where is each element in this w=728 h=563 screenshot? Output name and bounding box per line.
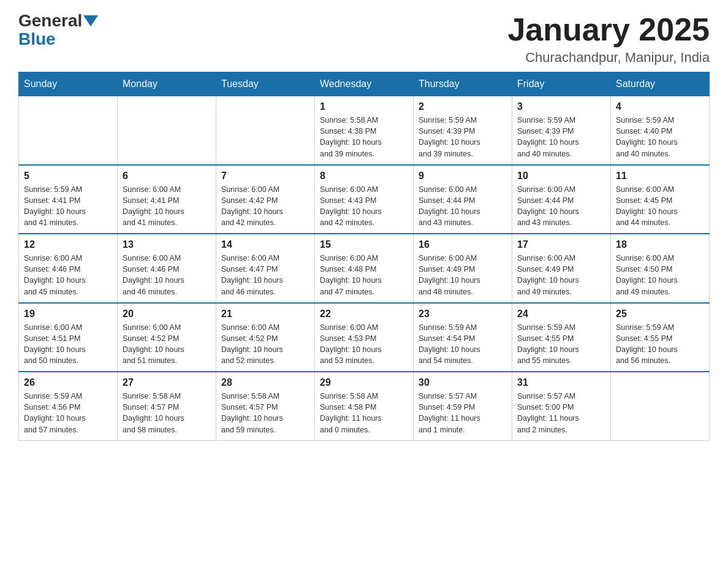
calendar-week-row: 5Sunrise: 5:59 AM Sunset: 4:41 PM Daylig… <box>19 165 710 234</box>
calendar-cell: 2Sunrise: 5:59 AM Sunset: 4:39 PM Daylig… <box>414 96 512 165</box>
calendar-cell: 28Sunrise: 5:58 AM Sunset: 4:57 PM Dayli… <box>216 372 315 440</box>
calendar-cell: 26Sunrise: 5:59 AM Sunset: 4:56 PM Dayli… <box>19 372 118 440</box>
day-number: 27 <box>123 377 211 388</box>
day-info: Sunrise: 6:00 AM Sunset: 4:43 PM Dayligh… <box>320 184 408 229</box>
title-block: January 2025 Churachandpur, Manipur, Ind… <box>507 12 710 66</box>
day-number: 15 <box>320 239 408 250</box>
calendar-cell: 30Sunrise: 5:57 AM Sunset: 4:59 PM Dayli… <box>414 372 512 440</box>
day-number: 13 <box>123 239 211 250</box>
logo-blue-text: Blue <box>18 29 56 49</box>
day-number: 9 <box>419 170 507 182</box>
day-info: Sunrise: 6:00 AM Sunset: 4:51 PM Dayligh… <box>24 322 112 367</box>
day-info: Sunrise: 5:58 AM Sunset: 4:58 PM Dayligh… <box>320 391 408 435</box>
day-number: 24 <box>517 308 605 320</box>
day-info: Sunrise: 6:00 AM Sunset: 4:44 PM Dayligh… <box>517 184 605 229</box>
calendar-cell: 12Sunrise: 6:00 AM Sunset: 4:46 PM Dayli… <box>19 234 118 303</box>
calendar-cell <box>118 96 216 165</box>
day-info: Sunrise: 6:00 AM Sunset: 4:47 PM Dayligh… <box>221 253 309 297</box>
day-info: Sunrise: 6:00 AM Sunset: 4:53 PM Dayligh… <box>320 322 408 367</box>
calendar-cell: 5Sunrise: 5:59 AM Sunset: 4:41 PM Daylig… <box>19 165 118 234</box>
day-info: Sunrise: 5:59 AM Sunset: 4:41 PM Dayligh… <box>24 184 112 229</box>
day-number: 29 <box>320 377 408 388</box>
day-info: Sunrise: 6:00 AM Sunset: 4:49 PM Dayligh… <box>419 253 507 297</box>
day-info: Sunrise: 6:00 AM Sunset: 4:41 PM Dayligh… <box>123 184 211 229</box>
day-info: Sunrise: 5:59 AM Sunset: 4:40 PM Dayligh… <box>616 115 704 159</box>
day-number: 20 <box>123 308 211 320</box>
day-number: 17 <box>517 239 605 250</box>
day-info: Sunrise: 6:00 AM Sunset: 4:45 PM Dayligh… <box>616 184 704 229</box>
day-number: 3 <box>517 101 605 112</box>
calendar-header-row: SundayMondayTuesdayWednesdayThursdayFrid… <box>19 72 710 96</box>
day-info: Sunrise: 5:59 AM Sunset: 4:55 PM Dayligh… <box>616 322 704 367</box>
month-title: January 2025 <box>507 12 710 47</box>
calendar-cell: 13Sunrise: 6:00 AM Sunset: 4:46 PM Dayli… <box>118 234 216 303</box>
day-info: Sunrise: 6:00 AM Sunset: 4:49 PM Dayligh… <box>517 253 605 297</box>
day-info: Sunrise: 5:58 AM Sunset: 4:38 PM Dayligh… <box>320 115 408 159</box>
day-info: Sunrise: 5:59 AM Sunset: 4:56 PM Dayligh… <box>24 391 112 435</box>
day-info: Sunrise: 6:00 AM Sunset: 4:44 PM Dayligh… <box>419 184 507 229</box>
day-number: 12 <box>24 239 112 250</box>
calendar-cell: 18Sunrise: 6:00 AM Sunset: 4:50 PM Dayli… <box>611 234 710 303</box>
calendar-table: SundayMondayTuesdayWednesdayThursdayFrid… <box>18 72 710 441</box>
day-number: 21 <box>221 308 309 320</box>
day-info: Sunrise: 6:00 AM Sunset: 4:46 PM Dayligh… <box>24 253 112 297</box>
calendar-cell: 22Sunrise: 6:00 AM Sunset: 4:53 PM Dayli… <box>315 303 414 372</box>
day-number: 23 <box>419 308 507 320</box>
day-info: Sunrise: 6:00 AM Sunset: 4:52 PM Dayligh… <box>221 322 309 367</box>
calendar-cell: 1Sunrise: 5:58 AM Sunset: 4:38 PM Daylig… <box>315 96 414 165</box>
calendar-cell: 25Sunrise: 5:59 AM Sunset: 4:55 PM Dayli… <box>611 303 710 372</box>
calendar-cell: 17Sunrise: 6:00 AM Sunset: 4:49 PM Dayli… <box>512 234 611 303</box>
day-info: Sunrise: 5:59 AM Sunset: 4:39 PM Dayligh… <box>419 115 507 159</box>
day-info: Sunrise: 5:59 AM Sunset: 4:54 PM Dayligh… <box>419 322 507 367</box>
weekday-header-friday: Friday <box>512 72 611 96</box>
day-number: 6 <box>123 170 211 182</box>
calendar-cell: 19Sunrise: 6:00 AM Sunset: 4:51 PM Dayli… <box>19 303 118 372</box>
weekday-header-saturday: Saturday <box>611 72 710 96</box>
calendar-cell: 7Sunrise: 6:00 AM Sunset: 4:42 PM Daylig… <box>216 165 315 234</box>
calendar-cell: 6Sunrise: 6:00 AM Sunset: 4:41 PM Daylig… <box>118 165 216 234</box>
day-number: 30 <box>419 377 507 388</box>
calendar-cell: 24Sunrise: 5:59 AM Sunset: 4:55 PM Dayli… <box>512 303 611 372</box>
weekday-header-wednesday: Wednesday <box>315 72 414 96</box>
calendar-cell: 10Sunrise: 6:00 AM Sunset: 4:44 PM Dayli… <box>512 165 611 234</box>
day-info: Sunrise: 6:00 AM Sunset: 4:42 PM Dayligh… <box>221 184 309 229</box>
day-number: 14 <box>221 239 309 250</box>
calendar-cell: 16Sunrise: 6:00 AM Sunset: 4:49 PM Dayli… <box>414 234 512 303</box>
day-info: Sunrise: 5:58 AM Sunset: 4:57 PM Dayligh… <box>123 391 211 435</box>
calendar-cell: 15Sunrise: 6:00 AM Sunset: 4:48 PM Dayli… <box>315 234 414 303</box>
day-info: Sunrise: 6:00 AM Sunset: 4:50 PM Dayligh… <box>616 253 704 297</box>
day-number: 28 <box>221 377 309 388</box>
calendar-cell: 14Sunrise: 6:00 AM Sunset: 4:47 PM Dayli… <box>216 234 315 303</box>
day-number: 22 <box>320 308 408 320</box>
calendar-cell: 20Sunrise: 6:00 AM Sunset: 4:52 PM Dayli… <box>118 303 216 372</box>
logo-general-text: General <box>18 12 82 29</box>
day-number: 8 <box>320 170 408 182</box>
weekday-header-monday: Monday <box>118 72 216 96</box>
day-number: 16 <box>419 239 507 250</box>
calendar-week-row: 19Sunrise: 6:00 AM Sunset: 4:51 PM Dayli… <box>19 303 710 372</box>
day-number: 25 <box>616 308 704 320</box>
calendar-cell: 21Sunrise: 6:00 AM Sunset: 4:52 PM Dayli… <box>216 303 315 372</box>
day-number: 19 <box>24 308 112 320</box>
calendar-cell <box>216 96 315 165</box>
day-number: 5 <box>24 170 112 182</box>
day-info: Sunrise: 6:00 AM Sunset: 4:46 PM Dayligh… <box>123 253 211 297</box>
day-number: 18 <box>616 239 704 250</box>
location-title: Churachandpur, Manipur, India <box>507 50 710 66</box>
day-info: Sunrise: 6:00 AM Sunset: 4:48 PM Dayligh… <box>320 253 408 297</box>
weekday-header-tuesday: Tuesday <box>216 72 315 96</box>
calendar-cell: 9Sunrise: 6:00 AM Sunset: 4:44 PM Daylig… <box>414 165 512 234</box>
calendar-cell: 27Sunrise: 5:58 AM Sunset: 4:57 PM Dayli… <box>118 372 216 440</box>
day-info: Sunrise: 6:00 AM Sunset: 4:52 PM Dayligh… <box>123 322 211 367</box>
calendar-cell: 3Sunrise: 5:59 AM Sunset: 4:39 PM Daylig… <box>512 96 611 165</box>
calendar-cell: 23Sunrise: 5:59 AM Sunset: 4:54 PM Dayli… <box>414 303 512 372</box>
day-info: Sunrise: 5:58 AM Sunset: 4:57 PM Dayligh… <box>221 391 309 435</box>
day-number: 10 <box>517 170 605 182</box>
calendar-cell <box>611 372 710 440</box>
day-number: 7 <box>221 170 309 182</box>
logo: General Blue <box>18 12 99 49</box>
calendar-cell: 4Sunrise: 5:59 AM Sunset: 4:40 PM Daylig… <box>611 96 710 165</box>
calendar-cell: 31Sunrise: 5:57 AM Sunset: 5:00 PM Dayli… <box>512 372 611 440</box>
day-number: 26 <box>24 377 112 388</box>
calendar-week-row: 1Sunrise: 5:58 AM Sunset: 4:38 PM Daylig… <box>19 96 710 165</box>
